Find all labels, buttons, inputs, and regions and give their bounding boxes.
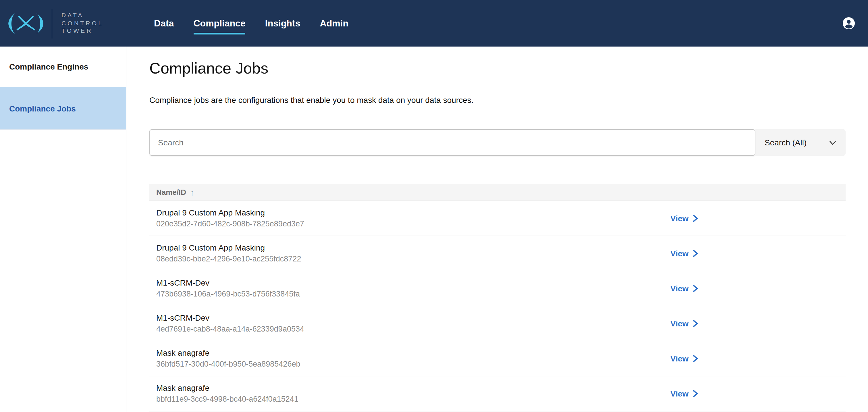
sort-ascending-icon: ↑ — [190, 188, 194, 196]
search-scope-label: Search (All) — [765, 138, 807, 147]
brand-line-2: CONTROL — [61, 20, 103, 27]
view-link-label: View — [671, 284, 688, 293]
job-id: 08edd39c-bbe2-4296-9e10-ac255fdc8722 — [156, 254, 839, 264]
brand-line-3: TOWER — [61, 27, 103, 35]
brand-line-1: DATA — [61, 12, 103, 20]
nav-item-compliance[interactable]: Compliance — [193, 18, 245, 29]
app-window: DATA CONTROL TOWER Data Compliance Insig… — [0, 0, 868, 412]
job-id: 473b6938-106a-4969-bc53-d756f33845fa — [156, 289, 839, 299]
account-circle-icon[interactable] — [842, 17, 855, 30]
job-name: M1-sCRM-Dev — [156, 277, 839, 288]
job-id: 020e35d2-7d60-482c-908b-7825e89ed3e7 — [156, 219, 839, 229]
main-nav: Data Compliance Insights Admin — [154, 18, 348, 29]
chevron-right-icon — [692, 320, 698, 327]
view-link-label: View — [671, 389, 688, 398]
view-link[interactable]: View — [671, 389, 698, 398]
nav-item-admin[interactable]: Admin — [320, 18, 349, 29]
job-id: 36bfd517-30d0-400f-b950-5ea8985426eb — [156, 359, 839, 369]
view-link[interactable]: View — [671, 354, 698, 363]
table-row: Mask anagrafe bbfd11e9-3cc9-4998-bc40-a6… — [149, 376, 846, 411]
sidebar-item-label: Compliance Jobs — [9, 104, 76, 113]
table-row: Drupal 9 Custom App Masking 020e35d2-7d6… — [149, 201, 846, 236]
search-bar: Search (All) — [149, 129, 846, 156]
search-scope-dropdown[interactable]: Search (All) — [755, 129, 846, 156]
nav-item-insights[interactable]: Insights — [265, 18, 301, 29]
table-header-name-id[interactable]: Name/ID ↑ — [149, 184, 846, 201]
jobs-table-body: Drupal 9 Custom App Masking 020e35d2-7d6… — [149, 201, 846, 411]
search-input[interactable] — [149, 129, 755, 156]
table-row: M1-sCRM-Dev 4ed7691e-cab8-48aa-a14a-6233… — [149, 306, 846, 341]
job-name: Drupal 9 Custom App Masking — [156, 207, 839, 218]
brand-wordmark: DATA CONTROL TOWER — [61, 12, 103, 35]
delphix-x-logo-icon — [7, 9, 45, 38]
view-link-label: View — [671, 214, 688, 223]
chevron-right-icon — [692, 355, 698, 362]
job-name: Mask anagrafe — [156, 348, 839, 358]
job-id: bbfd11e9-3cc9-4998-bc40-a624f0a15241 — [156, 394, 839, 404]
table-row: Mask anagrafe 36bfd517-30d0-400f-b950-5e… — [149, 341, 846, 376]
sidebar-item-label: Compliance Engines — [9, 62, 88, 71]
compliance-jobs-table: Name/ID ↑ Drupal 9 Custom App Masking 02… — [149, 184, 846, 411]
chevron-right-icon — [692, 390, 698, 397]
chevron-down-icon — [829, 139, 836, 146]
view-link[interactable]: View — [671, 214, 698, 223]
view-link-label: View — [671, 249, 688, 258]
table-row: Drupal 9 Custom App Masking 08edd39c-bbe… — [149, 236, 846, 271]
column-header-label: Name/ID — [156, 188, 186, 197]
view-link[interactable]: View — [671, 284, 698, 293]
chevron-right-icon — [692, 285, 698, 292]
view-link[interactable]: View — [671, 319, 698, 328]
logo-divider — [52, 8, 52, 38]
job-name: Drupal 9 Custom App Masking — [156, 242, 839, 253]
job-name: M1-sCRM-Dev — [156, 313, 839, 323]
app-logo: DATA CONTROL TOWER — [7, 8, 103, 38]
chevron-right-icon — [692, 215, 698, 222]
sidebar-item-compliance-engines[interactable]: Compliance Engines — [0, 47, 126, 87]
sidebar: Compliance Engines Compliance Jobs — [0, 47, 126, 412]
top-navbar: DATA CONTROL TOWER Data Compliance Insig… — [0, 0, 868, 47]
sidebar-item-compliance-jobs[interactable]: Compliance Jobs — [0, 87, 126, 130]
view-link-label: View — [671, 319, 688, 328]
main-content: Compliance Jobs Compliance jobs are the … — [126, 47, 868, 412]
view-link[interactable]: View — [671, 249, 698, 258]
view-link-label: View — [671, 354, 688, 363]
job-name: Mask anagrafe — [156, 383, 839, 393]
job-id: 4ed7691e-cab8-48aa-a14a-62339d9a0534 — [156, 324, 839, 334]
nav-item-data[interactable]: Data — [154, 18, 174, 29]
page-title: Compliance Jobs — [149, 59, 846, 78]
page-description: Compliance jobs are the configurations t… — [149, 95, 846, 105]
chevron-right-icon — [692, 250, 698, 257]
table-row: M1-sCRM-Dev 473b6938-106a-4969-bc53-d756… — [149, 271, 846, 306]
